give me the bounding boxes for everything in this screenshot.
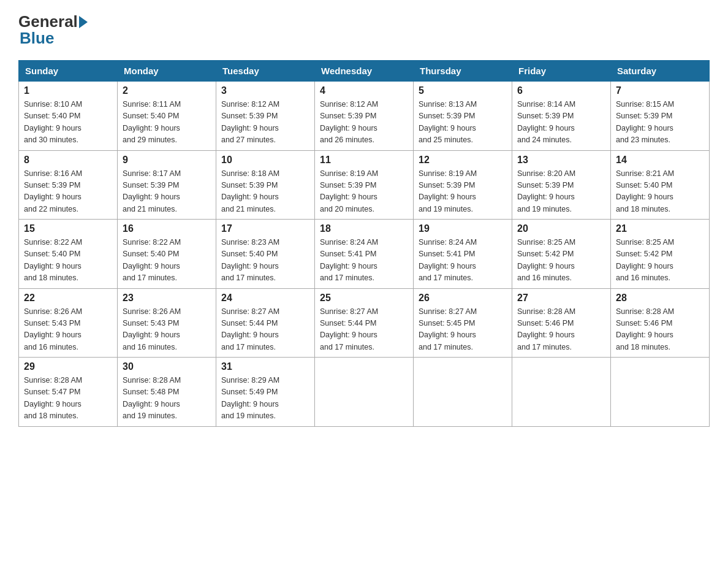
day-number: 17 (221, 223, 309, 234)
day-cell: 6Sunrise: 8:14 AMSunset: 5:39 PMDaylight… (512, 82, 611, 151)
day-info: Sunrise: 8:19 AMSunset: 5:39 PMDaylight:… (320, 168, 408, 216)
day-number: 20 (517, 223, 605, 234)
day-number: 9 (123, 155, 211, 166)
day-cell: 11Sunrise: 8:19 AMSunset: 5:39 PMDayligh… (315, 150, 414, 220)
day-cell: 1Sunrise: 8:10 AMSunset: 5:40 PMDaylight… (19, 82, 118, 151)
day-cell: 5Sunrise: 8:13 AMSunset: 5:39 PMDaylight… (414, 82, 512, 151)
day-cell: 8Sunrise: 8:16 AMSunset: 5:39 PMDaylight… (19, 150, 118, 220)
day-cell: 29Sunrise: 8:28 AMSunset: 5:47 PMDayligh… (19, 358, 118, 427)
day-info: Sunrise: 8:27 AMSunset: 5:45 PMDaylight:… (419, 306, 507, 354)
day-cell: 15Sunrise: 8:22 AMSunset: 5:40 PMDayligh… (19, 220, 118, 289)
day-number: 13 (517, 155, 605, 166)
logo-arrow-icon (79, 16, 88, 28)
day-cell: 9Sunrise: 8:17 AMSunset: 5:39 PMDaylight… (118, 150, 216, 220)
logo-blue-text: Blue (20, 29, 54, 47)
day-info: Sunrise: 8:19 AMSunset: 5:39 PMDaylight:… (419, 168, 507, 216)
day-cell: 28Sunrise: 8:28 AMSunset: 5:46 PMDayligh… (611, 288, 710, 358)
day-number: 8 (24, 155, 112, 166)
day-info: Sunrise: 8:26 AMSunset: 5:43 PMDaylight:… (123, 306, 211, 354)
day-info: Sunrise: 8:15 AMSunset: 5:39 PMDaylight:… (616, 99, 704, 147)
day-info: Sunrise: 8:22 AMSunset: 5:40 PMDaylight:… (24, 237, 112, 285)
day-info: Sunrise: 8:27 AMSunset: 5:44 PMDaylight:… (221, 306, 309, 354)
day-cell: 7Sunrise: 8:15 AMSunset: 5:39 PMDaylight… (611, 82, 710, 151)
day-cell: 18Sunrise: 8:24 AMSunset: 5:41 PMDayligh… (315, 220, 414, 289)
header-cell-monday: Monday (118, 61, 216, 82)
day-info: Sunrise: 8:25 AMSunset: 5:42 PMDaylight:… (616, 237, 704, 285)
day-cell: 2Sunrise: 8:11 AMSunset: 5:40 PMDaylight… (118, 82, 216, 151)
day-number: 24 (221, 293, 309, 304)
day-cell: 30Sunrise: 8:28 AMSunset: 5:48 PMDayligh… (118, 358, 216, 427)
day-number: 27 (517, 293, 605, 304)
day-cell: 17Sunrise: 8:23 AMSunset: 5:40 PMDayligh… (216, 220, 315, 289)
day-cell: 21Sunrise: 8:25 AMSunset: 5:42 PMDayligh… (611, 220, 710, 289)
calendar-header: SundayMondayTuesdayWednesdayThursdayFrid… (19, 61, 710, 82)
header-cell-tuesday: Tuesday (216, 61, 315, 82)
day-cell: 4Sunrise: 8:12 AMSunset: 5:39 PMDaylight… (315, 82, 414, 151)
page-header: General Blue (18, 12, 710, 48)
day-number: 3 (221, 85, 309, 96)
day-cell: 13Sunrise: 8:20 AMSunset: 5:39 PMDayligh… (512, 150, 611, 220)
header-cell-thursday: Thursday (414, 61, 512, 82)
day-info: Sunrise: 8:13 AMSunset: 5:39 PMDaylight:… (419, 99, 507, 147)
day-cell: 3Sunrise: 8:12 AMSunset: 5:39 PMDaylight… (216, 82, 315, 151)
day-info: Sunrise: 8:28 AMSunset: 5:47 PMDaylight:… (24, 375, 112, 423)
day-cell: 27Sunrise: 8:28 AMSunset: 5:46 PMDayligh… (512, 288, 611, 358)
calendar-table: SundayMondayTuesdayWednesdayThursdayFrid… (18, 60, 710, 427)
day-info: Sunrise: 8:20 AMSunset: 5:39 PMDaylight:… (517, 168, 605, 216)
header-cell-saturday: Saturday (611, 61, 710, 82)
day-info: Sunrise: 8:21 AMSunset: 5:40 PMDaylight:… (616, 168, 704, 216)
calendar-body: 1Sunrise: 8:10 AMSunset: 5:40 PMDaylight… (19, 82, 710, 427)
day-info: Sunrise: 8:26 AMSunset: 5:43 PMDaylight:… (24, 306, 112, 354)
day-cell: 14Sunrise: 8:21 AMSunset: 5:40 PMDayligh… (611, 150, 710, 220)
day-number: 31 (221, 361, 309, 372)
day-number: 11 (320, 155, 408, 166)
day-number: 18 (320, 223, 408, 234)
day-info: Sunrise: 8:11 AMSunset: 5:40 PMDaylight:… (123, 99, 211, 147)
day-number: 4 (320, 85, 408, 96)
day-cell (315, 358, 414, 427)
day-number: 15 (24, 223, 112, 234)
day-number: 21 (616, 223, 704, 234)
day-info: Sunrise: 8:17 AMSunset: 5:39 PMDaylight:… (123, 168, 211, 216)
day-info: Sunrise: 8:12 AMSunset: 5:39 PMDaylight:… (320, 99, 408, 147)
day-number: 12 (419, 155, 507, 166)
day-info: Sunrise: 8:23 AMSunset: 5:40 PMDaylight:… (221, 237, 309, 285)
week-row-5: 29Sunrise: 8:28 AMSunset: 5:47 PMDayligh… (19, 358, 710, 427)
day-cell (611, 358, 710, 427)
day-info: Sunrise: 8:12 AMSunset: 5:39 PMDaylight:… (221, 99, 309, 147)
day-cell: 31Sunrise: 8:29 AMSunset: 5:49 PMDayligh… (216, 358, 315, 427)
header-cell-sunday: Sunday (19, 61, 118, 82)
header-cell-friday: Friday (512, 61, 611, 82)
day-cell: 20Sunrise: 8:25 AMSunset: 5:42 PMDayligh… (512, 220, 611, 289)
day-info: Sunrise: 8:29 AMSunset: 5:49 PMDaylight:… (221, 375, 309, 423)
day-number: 6 (517, 85, 605, 96)
day-info: Sunrise: 8:24 AMSunset: 5:41 PMDaylight:… (320, 237, 408, 285)
day-cell: 19Sunrise: 8:24 AMSunset: 5:41 PMDayligh… (414, 220, 512, 289)
day-number: 10 (221, 155, 309, 166)
day-number: 25 (320, 293, 408, 304)
day-number: 2 (123, 85, 211, 96)
header-cell-wednesday: Wednesday (315, 61, 414, 82)
logo: General Blue (18, 12, 89, 48)
day-cell: 16Sunrise: 8:22 AMSunset: 5:40 PMDayligh… (118, 220, 216, 289)
day-number: 26 (419, 293, 507, 304)
week-row-1: 1Sunrise: 8:10 AMSunset: 5:40 PMDaylight… (19, 82, 710, 151)
day-cell: 10Sunrise: 8:18 AMSunset: 5:39 PMDayligh… (216, 150, 315, 220)
day-info: Sunrise: 8:25 AMSunset: 5:42 PMDaylight:… (517, 237, 605, 285)
day-number: 30 (123, 361, 211, 372)
day-cell: 26Sunrise: 8:27 AMSunset: 5:45 PMDayligh… (414, 288, 512, 358)
day-info: Sunrise: 8:27 AMSunset: 5:44 PMDaylight:… (320, 306, 408, 354)
day-cell (512, 358, 611, 427)
header-row: SundayMondayTuesdayWednesdayThursdayFrid… (19, 61, 710, 82)
day-number: 1 (24, 85, 112, 96)
day-cell: 23Sunrise: 8:26 AMSunset: 5:43 PMDayligh… (118, 288, 216, 358)
day-info: Sunrise: 8:24 AMSunset: 5:41 PMDaylight:… (419, 237, 507, 285)
day-number: 28 (616, 293, 704, 304)
day-number: 19 (419, 223, 507, 234)
day-number: 14 (616, 155, 704, 166)
week-row-3: 15Sunrise: 8:22 AMSunset: 5:40 PMDayligh… (19, 220, 710, 289)
day-info: Sunrise: 8:28 AMSunset: 5:46 PMDaylight:… (616, 306, 704, 354)
day-number: 22 (24, 293, 112, 304)
day-number: 5 (419, 85, 507, 96)
week-row-2: 8Sunrise: 8:16 AMSunset: 5:39 PMDaylight… (19, 150, 710, 220)
